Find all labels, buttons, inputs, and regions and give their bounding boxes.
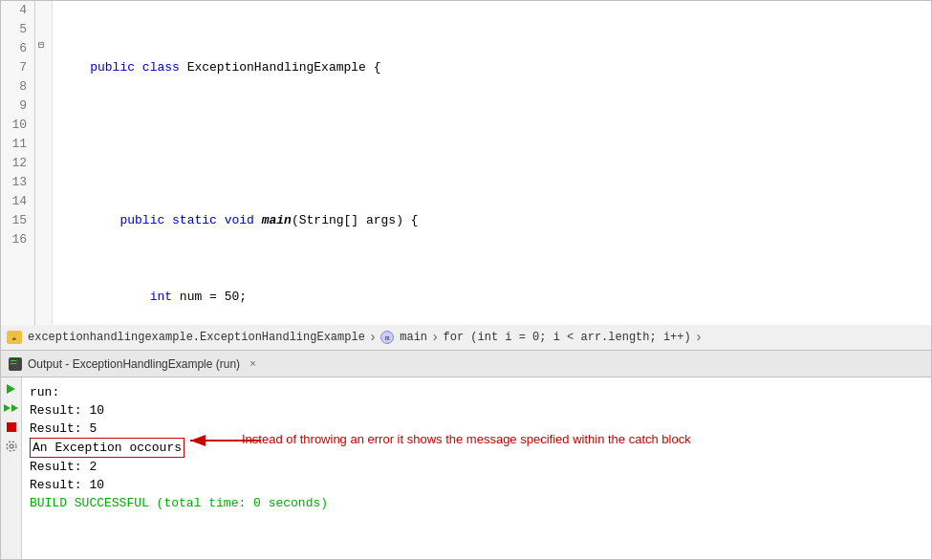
output-line-4: Result: 2 xyxy=(30,458,923,476)
tab-close-button[interactable]: × xyxy=(249,358,256,370)
breadcrumb-for: for (int i = 0; i < arr.length; i++) xyxy=(443,331,690,344)
breadcrumb-sep-3: › xyxy=(695,330,703,345)
line-num-14: 14 xyxy=(9,192,27,211)
code-content: public class ExceptionHandlingExample { … xyxy=(53,1,931,325)
code-area: 4 5 6 7 8 9 10 11 12 13 14 15 16 ⊟ publi… xyxy=(1,1,931,325)
output-sidebar xyxy=(1,377,22,559)
breadcrumb-bar: ☕ exceptionhandlingexample.ExceptionHand… xyxy=(0,325,932,350)
editor-panel: 4 5 6 7 8 9 10 11 12 13 14 15 16 ⊟ publi… xyxy=(0,0,932,325)
line-numbers: 4 5 6 7 8 9 10 11 12 13 14 15 16 xyxy=(1,1,35,325)
line-num-8: 8 xyxy=(9,77,27,97)
line-num-15: 15 xyxy=(9,211,27,230)
code-line-6: public static void main(String[] args) { xyxy=(60,211,923,230)
output-header: Output - ExceptionHandlingExample (run) … xyxy=(1,351,931,377)
output-run: run: xyxy=(30,383,923,401)
exception-box: An Exception occours xyxy=(30,438,184,458)
breadcrumb-class: exceptionhandlingexample.ExceptionHandli… xyxy=(28,331,365,344)
method-icon: m xyxy=(380,331,394,344)
line-num-11: 11 xyxy=(9,135,27,154)
collapse-gutter: ⊟ xyxy=(35,1,53,325)
breadcrumb-method: main xyxy=(400,331,427,344)
annotation-area: Instead of throwing an error it shows th… xyxy=(242,431,912,449)
output-build-success: BUILD SUCCESSFUL (total time: 0 seconds) xyxy=(30,494,923,512)
line-num-6: 6 xyxy=(9,39,27,58)
code-line-7: int num = 50; xyxy=(60,288,923,307)
line-num-9: 9 xyxy=(9,97,27,116)
output-body: run: Result: 10 Result: 5 An Exception o… xyxy=(1,377,931,559)
settings-icon xyxy=(6,441,17,452)
play-icon xyxy=(7,384,15,394)
code-line-4: public class ExceptionHandlingExample { xyxy=(60,58,923,77)
line-num-13: 13 xyxy=(9,173,27,192)
line-num-7: 7 xyxy=(9,58,27,77)
line-num-12: 12 xyxy=(9,154,27,173)
stop-icon xyxy=(7,422,16,432)
output-panel: Output - ExceptionHandlingExample (run) … xyxy=(0,350,932,560)
collapse-icon[interactable]: ⊟ xyxy=(38,39,44,51)
output-line-1: Result: 10 xyxy=(30,401,923,420)
breadcrumb-sep-1: › xyxy=(369,330,377,345)
line-num-4: 4 xyxy=(9,1,27,20)
code-line-5 xyxy=(60,135,923,154)
stop-button[interactable] xyxy=(4,420,19,435)
settings-button[interactable] xyxy=(4,439,19,454)
line-num-5: 5 xyxy=(9,20,27,39)
output-line-5: Result: 10 xyxy=(30,476,923,494)
output-tab-label[interactable]: Output - ExceptionHandlingExample (run) xyxy=(28,357,240,371)
line-num-16: 16 xyxy=(9,230,27,249)
breadcrumb-sep-2: › xyxy=(431,330,439,345)
output-text: run: Result: 10 Result: 5 An Exception o… xyxy=(22,377,931,559)
run-button[interactable] xyxy=(4,381,19,397)
line-num-10: 10 xyxy=(9,116,27,135)
step-button[interactable] xyxy=(4,400,19,416)
svg-point-1 xyxy=(7,442,16,451)
svg-point-0 xyxy=(10,444,13,448)
terminal-icon xyxy=(9,357,22,371)
class-icon: ☕ xyxy=(7,331,22,344)
annotation-text: Instead of throwing an error it shows th… xyxy=(242,432,691,446)
